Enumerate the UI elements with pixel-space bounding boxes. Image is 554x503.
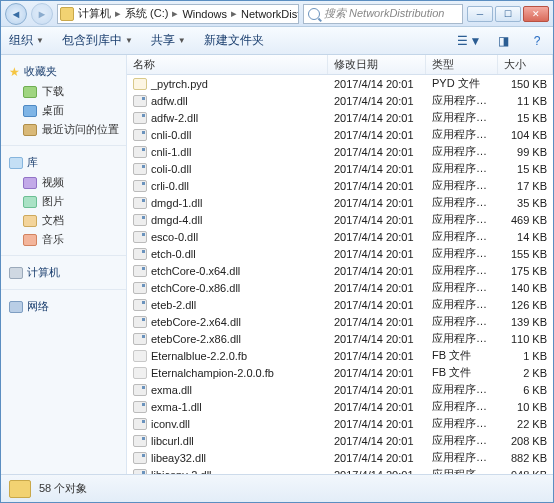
file-name: coli-0.dll <box>151 163 191 175</box>
file-name: libcurl.dll <box>151 435 194 447</box>
folder-icon <box>23 105 37 117</box>
file-name: adfw.dll <box>151 95 188 107</box>
file-rows[interactable]: _pytrch.pyd2017/4/14 20:01PYD 文件150 KBad… <box>127 75 553 474</box>
new-folder-button[interactable]: 新建文件夹 <box>204 32 264 49</box>
file-date: 2017/4/14 20:01 <box>328 280 426 296</box>
file-date: 2017/4/14 20:01 <box>328 178 426 194</box>
minimize-button[interactable]: ─ <box>467 6 493 22</box>
file-date: 2017/4/14 20:01 <box>328 195 426 211</box>
file-list: 名称 修改日期 类型 大小 _pytrch.pyd2017/4/14 20:01… <box>127 55 553 474</box>
body: ★收藏夹 下载桌面最近访问的位置 库 视频图片文档音乐 计算机 网络 名称 修改… <box>1 55 553 474</box>
sidebar-item[interactable]: 下载 <box>9 82 120 101</box>
file-name: etch-0.dll <box>151 248 196 260</box>
file-icon <box>133 452 147 464</box>
file-row[interactable]: esco-0.dll2017/4/14 20:01应用程序扩展14 KB <box>127 228 553 245</box>
chevron-down-icon: ▼ <box>178 36 186 45</box>
file-icon <box>133 401 147 413</box>
crumb[interactable]: Windows <box>182 8 227 20</box>
file-row[interactable]: cnli-1.dll2017/4/14 20:01应用程序扩展99 KB <box>127 143 553 160</box>
col-type[interactable]: 类型 <box>426 55 498 74</box>
file-row[interactable]: adfw-2.dll2017/4/14 20:01应用程序扩展15 KB <box>127 109 553 126</box>
file-icon <box>133 146 147 158</box>
sidebar-network[interactable]: 网络 <box>9 296 120 317</box>
file-size: 208 KB <box>498 433 553 449</box>
file-size: 22 KB <box>498 416 553 432</box>
file-row[interactable]: libiconv-2.dll2017/4/14 20:01应用程序扩展948 K… <box>127 466 553 474</box>
file-row[interactable]: coli-0.dll2017/4/14 20:01应用程序扩展15 KB <box>127 160 553 177</box>
crumb[interactable]: NetworkDistribution <box>241 8 299 20</box>
close-button[interactable]: ✕ <box>523 6 549 22</box>
titlebar: ◄ ► 计算机▸ 系统 (C:)▸ Windows▸ NetworkDistri… <box>1 1 553 27</box>
file-row[interactable]: libeay32.dll2017/4/14 20:01应用程序扩展882 KB <box>127 449 553 466</box>
share-menu[interactable]: 共享▼ <box>151 32 186 49</box>
include-menu[interactable]: 包含到库中▼ <box>62 32 133 49</box>
file-row[interactable]: libcurl.dll2017/4/14 20:01应用程序扩展208 KB <box>127 432 553 449</box>
file-row[interactable]: Eternalchampion-2.0.0.fb2017/4/14 20:01F… <box>127 364 553 381</box>
file-size: 15 KB <box>498 110 553 126</box>
sidebar-item[interactable]: 桌面 <box>9 101 120 120</box>
forward-button[interactable]: ► <box>31 3 53 25</box>
sidebar-item[interactable]: 音乐 <box>9 230 120 249</box>
file-date: 2017/4/14 20:01 <box>328 246 426 262</box>
file-size: 11 KB <box>498 93 553 109</box>
sidebar-favorites[interactable]: ★收藏夹 <box>9 61 120 82</box>
file-icon <box>133 95 147 107</box>
file-size: 99 KB <box>498 144 553 160</box>
file-size: 155 KB <box>498 246 553 262</box>
sidebar-item[interactable]: 图片 <box>9 192 120 211</box>
file-name: adfw-2.dll <box>151 112 198 124</box>
sidebar-computer[interactable]: 计算机 <box>9 262 120 283</box>
file-row[interactable]: crli-0.dll2017/4/14 20:01应用程序扩展17 KB <box>127 177 553 194</box>
sidebar-item[interactable]: 文档 <box>9 211 120 230</box>
address-bar[interactable]: 计算机▸ 系统 (C:)▸ Windows▸ NetworkDistributi… <box>57 4 299 24</box>
col-date[interactable]: 修改日期 <box>328 55 426 74</box>
maximize-button[interactable]: ☐ <box>495 6 521 22</box>
organize-menu[interactable]: 组织▼ <box>9 32 44 49</box>
file-size: 126 KB <box>498 297 553 313</box>
chevron-right-icon[interactable]: ▸ <box>231 7 237 20</box>
file-size: 1 KB <box>498 348 553 364</box>
file-row[interactable]: exma-1.dll2017/4/14 20:01应用程序扩展10 KB <box>127 398 553 415</box>
file-row[interactable]: dmgd-4.dll2017/4/14 20:01应用程序扩展469 KB <box>127 211 553 228</box>
file-name: crli-0.dll <box>151 180 189 192</box>
file-icon <box>133 265 147 277</box>
sidebar-item[interactable]: 视频 <box>9 173 120 192</box>
file-row[interactable]: etebCore-2.x64.dll2017/4/14 20:01应用程序扩展1… <box>127 313 553 330</box>
file-row[interactable]: eteb-2.dll2017/4/14 20:01应用程序扩展126 KB <box>127 296 553 313</box>
col-name[interactable]: 名称 <box>127 55 328 74</box>
file-row[interactable]: adfw.dll2017/4/14 20:01应用程序扩展11 KB <box>127 92 553 109</box>
file-date: 2017/4/14 20:01 <box>328 297 426 313</box>
search-placeholder: 搜索 NetworkDistribution <box>324 6 444 21</box>
file-row[interactable]: exma.dll2017/4/14 20:01应用程序扩展6 KB <box>127 381 553 398</box>
file-row[interactable]: cnli-0.dll2017/4/14 20:01应用程序扩展104 KB <box>127 126 553 143</box>
file-row[interactable]: etchCore-0.x86.dll2017/4/14 20:01应用程序扩展1… <box>127 279 553 296</box>
file-row[interactable]: etebCore-2.x86.dll2017/4/14 20:01应用程序扩展1… <box>127 330 553 347</box>
file-row[interactable]: etch-0.dll2017/4/14 20:01应用程序扩展155 KB <box>127 245 553 262</box>
preview-pane-button[interactable]: ◨ <box>495 33 511 49</box>
file-row[interactable]: dmgd-1.dll2017/4/14 20:01应用程序扩展35 KB <box>127 194 553 211</box>
sidebar-item[interactable]: 最近访问的位置 <box>9 120 120 139</box>
file-date: 2017/4/14 20:01 <box>328 365 426 381</box>
back-button[interactable]: ◄ <box>5 3 27 25</box>
file-row[interactable]: iconv.dll2017/4/14 20:01应用程序扩展22 KB <box>127 415 553 432</box>
file-size: 15 KB <box>498 161 553 177</box>
toolbar: 组织▼ 包含到库中▼ 共享▼ 新建文件夹 ☰▼ ◨ ? <box>1 27 553 55</box>
crumb[interactable]: 系统 (C:) <box>125 6 168 21</box>
view-options-button[interactable]: ☰▼ <box>461 33 477 49</box>
search-input[interactable]: 搜索 NetworkDistribution <box>303 4 463 24</box>
file-row[interactable]: _pytrch.pyd2017/4/14 20:01PYD 文件150 KB <box>127 75 553 92</box>
file-row[interactable]: etchCore-0.x64.dll2017/4/14 20:01应用程序扩展1… <box>127 262 553 279</box>
file-size: 6 KB <box>498 382 553 398</box>
file-size: 469 KB <box>498 212 553 228</box>
file-date: 2017/4/14 20:01 <box>328 212 426 228</box>
window-controls: ─ ☐ ✕ <box>467 6 549 22</box>
crumb[interactable]: 计算机 <box>78 6 111 21</box>
chevron-right-icon[interactable]: ▸ <box>172 7 178 20</box>
col-size[interactable]: 大小 <box>498 55 553 74</box>
folder-icon <box>23 215 37 227</box>
chevron-right-icon[interactable]: ▸ <box>115 7 121 20</box>
help-button[interactable]: ? <box>529 33 545 49</box>
file-row[interactable]: Eternalblue-2.2.0.fb2017/4/14 20:01FB 文件… <box>127 347 553 364</box>
sidebar-item-label: 图片 <box>42 194 64 209</box>
sidebar-libraries[interactable]: 库 <box>9 152 120 173</box>
